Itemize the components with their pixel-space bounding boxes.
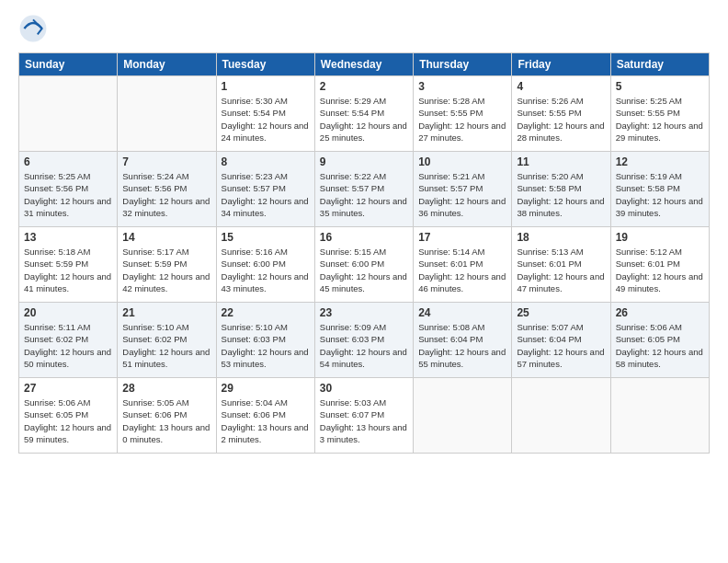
day-info: Sunrise: 5:25 AM Sunset: 5:55 PM Dayligh… [616, 95, 704, 144]
day-number: 9 [320, 155, 408, 168]
calendar-cell: 13Sunrise: 5:18 AM Sunset: 5:59 PM Dayli… [19, 227, 118, 303]
day-info: Sunrise: 5:19 AM Sunset: 5:58 PM Dayligh… [616, 170, 704, 219]
day-info: Sunrise: 5:21 AM Sunset: 5:57 PM Dayligh… [418, 170, 506, 219]
calendar-cell: 15Sunrise: 5:16 AM Sunset: 6:00 PM Dayli… [216, 227, 314, 303]
calendar-week-row: 27Sunrise: 5:06 AM Sunset: 6:05 PM Dayli… [19, 378, 710, 454]
day-info: Sunrise: 5:06 AM Sunset: 6:05 PM Dayligh… [24, 396, 112, 445]
day-number: 19 [616, 231, 704, 244]
day-info: Sunrise: 5:17 AM Sunset: 5:59 PM Dayligh… [122, 246, 210, 294]
day-number: 8 [222, 155, 310, 168]
calendar-cell: 19Sunrise: 5:12 AM Sunset: 6:01 PM Dayli… [610, 227, 709, 303]
day-number: 27 [24, 382, 112, 395]
day-number: 12 [616, 155, 704, 168]
calendar-cell: 11Sunrise: 5:20 AM Sunset: 5:58 PM Dayli… [512, 152, 610, 227]
calendar-cell: 4Sunrise: 5:26 AM Sunset: 5:55 PM Daylig… [512, 76, 610, 152]
weekday-header: Saturday [610, 53, 709, 76]
day-number: 7 [122, 155, 210, 168]
day-number: 4 [517, 80, 605, 93]
day-number: 15 [222, 231, 310, 244]
day-number: 22 [222, 306, 310, 319]
calendar-cell: 7Sunrise: 5:24 AM Sunset: 5:56 PM Daylig… [118, 152, 216, 227]
calendar-cell: 1Sunrise: 5:30 AM Sunset: 5:54 PM Daylig… [216, 76, 314, 152]
page: SundayMondayTuesdayWednesdayThursdayFrid… [0, 0, 728, 563]
weekday-header: Sunday [19, 53, 118, 76]
day-number: 28 [122, 382, 210, 395]
calendar-cell: 10Sunrise: 5:21 AM Sunset: 5:57 PM Dayli… [414, 152, 512, 227]
calendar-cell: 16Sunrise: 5:15 AM Sunset: 6:00 PM Dayli… [314, 227, 413, 303]
day-number: 14 [122, 231, 210, 244]
day-number: 29 [222, 382, 310, 395]
day-info: Sunrise: 5:26 AM Sunset: 5:55 PM Dayligh… [517, 95, 605, 144]
day-number: 18 [517, 231, 605, 244]
calendar-cell: 21Sunrise: 5:10 AM Sunset: 6:02 PM Dayli… [118, 303, 216, 378]
day-info: Sunrise: 5:12 AM Sunset: 6:01 PM Dayligh… [616, 246, 704, 294]
day-info: Sunrise: 5:22 AM Sunset: 5:57 PM Dayligh… [320, 170, 408, 219]
weekday-header: Wednesday [314, 53, 413, 76]
day-number: 26 [616, 306, 704, 319]
day-info: Sunrise: 5:16 AM Sunset: 6:00 PM Dayligh… [222, 246, 310, 294]
calendar-cell: 27Sunrise: 5:06 AM Sunset: 6:05 PM Dayli… [19, 378, 118, 454]
day-info: Sunrise: 5:07 AM Sunset: 6:04 PM Dayligh… [517, 321, 605, 370]
calendar-week-row: 1Sunrise: 5:30 AM Sunset: 5:54 PM Daylig… [19, 76, 710, 152]
day-info: Sunrise: 5:08 AM Sunset: 6:04 PM Dayligh… [418, 321, 506, 370]
calendar-cell: 8Sunrise: 5:23 AM Sunset: 5:57 PM Daylig… [216, 152, 314, 227]
calendar-header-row: SundayMondayTuesdayWednesdayThursdayFrid… [19, 53, 710, 76]
day-info: Sunrise: 5:30 AM Sunset: 5:54 PM Dayligh… [222, 95, 310, 144]
calendar-cell: 14Sunrise: 5:17 AM Sunset: 5:59 PM Dayli… [118, 227, 216, 303]
day-info: Sunrise: 5:13 AM Sunset: 6:01 PM Dayligh… [517, 246, 605, 294]
calendar-cell: 5Sunrise: 5:25 AM Sunset: 5:55 PM Daylig… [610, 76, 709, 152]
calendar-cell [118, 76, 216, 152]
day-info: Sunrise: 5:11 AM Sunset: 6:02 PM Dayligh… [24, 321, 112, 370]
day-number: 13 [24, 231, 112, 244]
calendar-cell: 25Sunrise: 5:07 AM Sunset: 6:04 PM Dayli… [512, 303, 610, 378]
calendar-cell: 2Sunrise: 5:29 AM Sunset: 5:54 PM Daylig… [314, 76, 413, 152]
calendar-cell [512, 378, 610, 454]
calendar-cell: 9Sunrise: 5:22 AM Sunset: 5:57 PM Daylig… [314, 152, 413, 227]
calendar-cell [610, 378, 709, 454]
day-info: Sunrise: 5:25 AM Sunset: 5:56 PM Dayligh… [24, 170, 112, 219]
calendar-cell: 28Sunrise: 5:05 AM Sunset: 6:06 PM Dayli… [118, 378, 216, 454]
calendar-week-row: 20Sunrise: 5:11 AM Sunset: 6:02 PM Dayli… [19, 303, 710, 378]
day-number: 6 [24, 155, 112, 168]
day-info: Sunrise: 5:28 AM Sunset: 5:55 PM Dayligh… [418, 95, 506, 144]
day-info: Sunrise: 5:09 AM Sunset: 6:03 PM Dayligh… [320, 321, 408, 370]
day-number: 10 [418, 155, 506, 168]
day-number: 16 [320, 231, 408, 244]
calendar: SundayMondayTuesdayWednesdayThursdayFrid… [18, 52, 710, 454]
calendar-cell: 30Sunrise: 5:03 AM Sunset: 6:07 PM Dayli… [314, 378, 413, 454]
logo-icon [18, 14, 48, 43]
calendar-cell: 23Sunrise: 5:09 AM Sunset: 6:03 PM Dayli… [314, 303, 413, 378]
calendar-week-row: 6Sunrise: 5:25 AM Sunset: 5:56 PM Daylig… [19, 152, 710, 227]
day-number: 20 [24, 306, 112, 319]
day-info: Sunrise: 5:03 AM Sunset: 6:07 PM Dayligh… [320, 396, 408, 445]
day-number: 23 [320, 306, 408, 319]
day-number: 2 [320, 80, 408, 93]
day-info: Sunrise: 5:20 AM Sunset: 5:58 PM Dayligh… [517, 170, 605, 219]
calendar-cell: 22Sunrise: 5:10 AM Sunset: 6:03 PM Dayli… [216, 303, 314, 378]
weekday-header: Friday [512, 53, 610, 76]
day-info: Sunrise: 5:29 AM Sunset: 5:54 PM Dayligh… [320, 95, 408, 144]
day-number: 3 [418, 80, 506, 93]
day-number: 5 [616, 80, 704, 93]
calendar-cell: 3Sunrise: 5:28 AM Sunset: 5:55 PM Daylig… [414, 76, 512, 152]
day-info: Sunrise: 5:23 AM Sunset: 5:57 PM Dayligh… [222, 170, 310, 219]
header [18, 14, 710, 43]
day-info: Sunrise: 5:18 AM Sunset: 5:59 PM Dayligh… [24, 246, 112, 294]
day-info: Sunrise: 5:10 AM Sunset: 6:03 PM Dayligh… [222, 321, 310, 370]
day-info: Sunrise: 5:04 AM Sunset: 6:06 PM Dayligh… [222, 396, 310, 445]
calendar-cell: 24Sunrise: 5:08 AM Sunset: 6:04 PM Dayli… [414, 303, 512, 378]
calendar-cell: 6Sunrise: 5:25 AM Sunset: 5:56 PM Daylig… [19, 152, 118, 227]
calendar-cell [414, 378, 512, 454]
day-info: Sunrise: 5:05 AM Sunset: 6:06 PM Dayligh… [122, 396, 210, 445]
weekday-header: Monday [118, 53, 216, 76]
day-info: Sunrise: 5:06 AM Sunset: 6:05 PM Dayligh… [616, 321, 704, 370]
day-info: Sunrise: 5:15 AM Sunset: 6:00 PM Dayligh… [320, 246, 408, 294]
day-number: 17 [418, 231, 506, 244]
day-number: 11 [517, 155, 605, 168]
day-info: Sunrise: 5:14 AM Sunset: 6:01 PM Dayligh… [418, 246, 506, 294]
calendar-cell: 29Sunrise: 5:04 AM Sunset: 6:06 PM Dayli… [216, 378, 314, 454]
day-info: Sunrise: 5:10 AM Sunset: 6:02 PM Dayligh… [122, 321, 210, 370]
calendar-cell: 12Sunrise: 5:19 AM Sunset: 5:58 PM Dayli… [610, 152, 709, 227]
weekday-header: Thursday [414, 53, 512, 76]
day-number: 21 [122, 306, 210, 319]
